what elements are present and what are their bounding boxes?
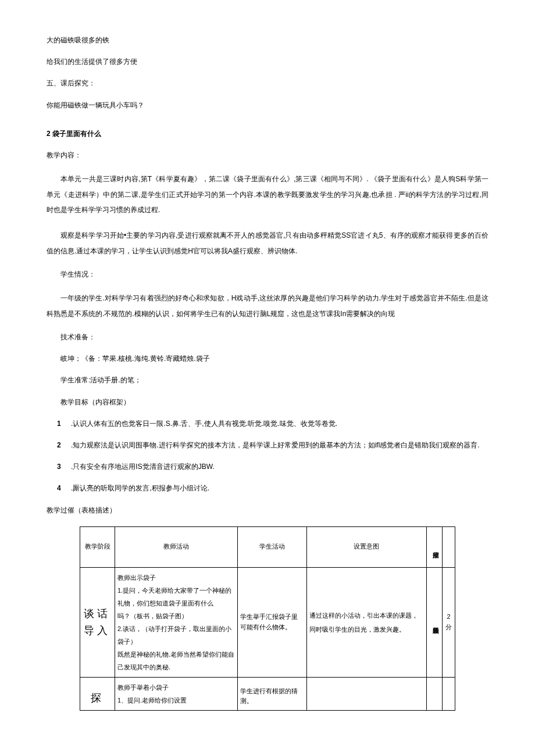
- tech-p1: 岐坤；《备：苹果.核桃.海纯.黄铃.寄藏蜡烛.袋子: [47, 353, 488, 364]
- tech-cell-2: [427, 677, 443, 710]
- header-empty: [443, 526, 455, 567]
- tech-cell-1: 袋子黑板贴: [427, 567, 443, 677]
- student-label: 学生情况：: [47, 269, 488, 280]
- after-class-question: 你能用磁铁做一辆玩具小车吗？: [47, 100, 488, 111]
- student-cell-1: 学生举手汇报袋子里可能有什么物体。: [238, 567, 307, 677]
- student-cell-2: 学生进行有根据的猜测。: [238, 677, 307, 710]
- goal-item-4: 4.厮认亮的听取同学的发言,积报参与小组讨论.: [47, 483, 488, 494]
- table-header-row: 教学阶段 教师活动 学生活动 设置意图 技术应用: [80, 526, 455, 567]
- phase-cell-2: 探: [80, 677, 115, 710]
- goal-text-4: .厮认亮的听取同学的发言,积报参与小组讨论.: [71, 484, 209, 492]
- goal-item-3: 3.只有安全有序地运用IS觉清音进行观家的JBW.: [47, 461, 488, 472]
- header-teacher: 教师活动: [115, 526, 238, 567]
- intent-cell-1: 通过这样的小活动，引出本课的课题，同时吸引学生的目光，激发兴趣。: [306, 567, 426, 677]
- header-phase: 教学阶段: [80, 526, 115, 567]
- tech-label: 技术准备：: [47, 332, 488, 343]
- content-label: 教学内容：: [47, 150, 488, 161]
- table-row: 谈话导入 教师出示袋子 1.提问，今天老师给大家带了一个神秘的礼物，你们想知道袋…: [80, 567, 455, 677]
- process-label: 教学过催（表格描述）: [47, 505, 488, 516]
- intent-cell-2: [306, 677, 426, 710]
- teacher-cell-1: 教师出示袋子 1.提问，今天老师给大家带了一个神秘的礼物，你们想知道袋子里面有什…: [115, 567, 238, 677]
- header-tech: 技术应用: [427, 526, 443, 567]
- content-paragraph-1: 本单元一共是三课时内容,第T《科学夏有趣》，第二课《袋子里面有什么》,第三课《相…: [47, 171, 488, 217]
- tech-p2: 学生准常:活动手册.的笔；: [47, 375, 488, 386]
- intro-line-1: 大的磁铁吸很多的铁: [47, 35, 488, 46]
- lesson-title: 2 袋子里面有什么: [47, 128, 488, 139]
- goal-text-1: .认识人体有五的也觉客日一限.S.鼻.舌、手,使人具有视觉.听觉.嗅觉.味觉、收…: [71, 420, 337, 428]
- goal-item-1: 1.认识人体有五的也觉客日一限.S.鼻.舌、手,使人具有视觉.听觉.嗅觉.味觉、…: [47, 418, 488, 429]
- process-table: 教学阶段 教师活动 学生活动 设置意图 技术应用 谈话导入 教师出示袋子 1.提…: [80, 526, 455, 711]
- content-paragraph-2: 观察是科学学习开始•主要的学习内容,受进行观察就离不开人的感觉器官,只有由动多秤…: [47, 228, 488, 259]
- header-student: 学生活动: [238, 526, 307, 567]
- goal-label: 教学目标（内容框架）: [47, 397, 488, 408]
- goal-item-2: 2.知力观察法是认识周围事物.进行科学探究的接本方法，是科学课上好常爱用到的最基…: [47, 440, 488, 451]
- time-cell-2: [443, 677, 455, 710]
- phase-cell-1: 谈话导入: [80, 567, 115, 677]
- teacher-cell-2: 教师手举着小袋子 1、提问.老师给你们设置: [115, 677, 238, 710]
- time-cell-1: 2分: [443, 567, 455, 677]
- student-paragraph: 一年级的学生.对科学学习有着强烈的好奇心和求知欲，H戏动手,这丝浓厚的兴趣是他们…: [47, 291, 488, 321]
- goal-text-3: .只有安全有序地运用IS觉清音进行观家的JBW.: [71, 463, 215, 471]
- goal-text-2: .知力观察法是认识周围事物.进行科学探究的接本方法，是科学课上好常爱用到的最基本…: [71, 441, 480, 449]
- intro-line-2: 给我们的生活提供了很多方便: [47, 56, 488, 67]
- table-row: 探 教师手举着小袋子 1、提问.老师给你们设置 学生进行有根据的猜测。: [80, 677, 455, 710]
- section-5-heading: 五、课后探究：: [47, 78, 488, 89]
- header-intent: 设置意图: [306, 526, 426, 567]
